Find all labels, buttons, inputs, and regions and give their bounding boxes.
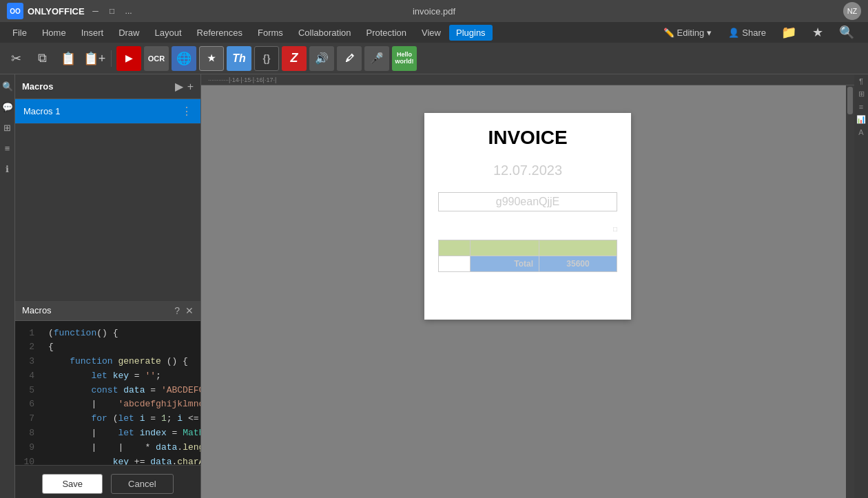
sidebar-comment-icon[interactable]: 💬 (1, 101, 14, 113)
macros-close-btn[interactable]: ✕ (185, 305, 194, 316)
table-green-cell (439, 240, 471, 256)
code-plugin-btn[interactable]: {} (254, 46, 279, 71)
sidebar-list-icon[interactable]: ≡ (1, 142, 14, 154)
macro-list: Macros 1 ⋮ (15, 99, 200, 301)
right-sidebar-para-icon[interactable]: ¶ (859, 77, 863, 85)
menu-view[interactable]: View (415, 25, 448, 41)
invoice-title: INVOICE (438, 127, 617, 149)
macros-header-controls: ▶ + (175, 80, 194, 93)
menu-file[interactable]: File (6, 25, 34, 41)
speech-plugin-btn[interactable]: 🎤 (364, 46, 389, 71)
code-editor[interactable]: 12345678910111213141516171819 (function(… (15, 321, 200, 466)
menu-home[interactable]: Home (35, 25, 73, 41)
code-actions: Save Cancel (15, 465, 200, 498)
thesaurus-plugin-btn[interactable]: Th (227, 46, 251, 71)
editing-chevron-icon: ▾ (707, 28, 712, 38)
total-label-cell: Total (470, 256, 539, 272)
macros-panel-header: Macros ▶ + (15, 74, 200, 99)
sidebar-search-icon[interactable]: 🔍 (1, 80, 14, 92)
table-green-cell-2 (470, 240, 539, 256)
ruler-marks: ············|·14·|·15·|·16|·17·| (208, 76, 276, 83)
vertical-scrollbar[interactable] (846, 85, 854, 498)
left-sidebar: 🔍 💬 ⊞ ≡ ℹ (0, 74, 15, 498)
title-bar: OO ONLYOFFICE ─ □ ... invoice.pdf NZ (0, 0, 868, 22)
search-btn[interactable]: 🔍 (835, 21, 858, 44)
macro-item-name-1: Macros 1 (23, 106, 181, 116)
logo-icon: OO (7, 3, 23, 19)
save-button[interactable]: Save (42, 474, 103, 494)
paste-btn[interactable]: 📋 (56, 47, 80, 70)
editing-icon: ✏️ (663, 28, 674, 38)
menu-protection[interactable]: Protection (359, 25, 413, 41)
sidebar-format-icon[interactable]: ⊞ (1, 121, 14, 134)
title-bar-right: NZ (843, 2, 861, 20)
zotero-plugin-btn[interactable]: Z (282, 46, 307, 71)
ocr-plugin-btn[interactable]: OCR (144, 46, 169, 71)
menu-collaboration[interactable]: Collaboration (291, 25, 358, 41)
macro-item-1[interactable]: Macros 1 ⋮ (15, 99, 200, 124)
share-label: Share (742, 28, 766, 38)
toolbar-sep-1 (111, 50, 112, 67)
right-sidebar-letter-icon[interactable]: A (858, 128, 863, 136)
invoice-table: Total 35600 (438, 240, 617, 272)
cut-btn[interactable]: ✂ (4, 47, 28, 70)
menu-insert[interactable]: Insert (74, 25, 111, 41)
restore-btn[interactable]: ... (123, 6, 134, 17)
menu-bar: File Home Insert Draw Layout References … (0, 22, 868, 43)
menu-draw[interactable]: Draw (112, 25, 146, 41)
highlight-plugin-btn[interactable]: ★ (199, 46, 224, 71)
bookmark-btn[interactable]: ★ (806, 21, 829, 44)
macros-dialog-header: Macros ? ✕ (15, 301, 200, 321)
youtube-plugin-btn[interactable]: ▶ (116, 46, 141, 71)
highlight2-plugin-btn[interactable]: 🖍 (337, 46, 362, 71)
paste-special-btn[interactable]: 📋+ (83, 47, 106, 70)
line-numbers: 12345678910111213141516171819 (15, 321, 43, 466)
menu-forms[interactable]: Forms (251, 25, 290, 41)
document-preview: ············|·14·|·15·|·16|·17·| INVOICE… (201, 74, 854, 498)
editing-btn[interactable]: ✏️ Editing ▾ (658, 25, 718, 41)
macros-panel: Macros ▶ + Macros 1 ⋮ Macros ? ✕ (15, 74, 201, 498)
ruler: ············|·14·|·15·|·16|·17·| (201, 74, 854, 85)
macros-add-btn[interactable]: + (187, 80, 194, 93)
sidebar-header-icon[interactable]: ℹ (1, 163, 14, 175)
app-name: ONLYOFFICE (28, 6, 85, 17)
right-sidebar-chart-icon[interactable]: 📊 (856, 115, 866, 124)
macros-dialog-controls: ? ✕ (174, 305, 194, 316)
macros-help-btn[interactable]: ? (174, 305, 180, 316)
invoice-page: INVOICE 12.07.2023 g990eanQjjE □ Total 3… (424, 113, 631, 320)
table-green-cell-3 (539, 240, 617, 256)
macro-item-menu-1[interactable]: ⋮ (181, 105, 192, 118)
menu-plugins[interactable]: Plugins (449, 25, 493, 41)
save-location-btn[interactable]: 📁 (777, 21, 800, 44)
menu-layout[interactable]: Layout (148, 25, 189, 41)
right-sidebar-format-icon[interactable]: ≡ (859, 103, 863, 111)
maximize-btn[interactable]: □ (107, 6, 118, 17)
editing-label: Editing (677, 28, 705, 38)
document-title: invoice.pdf (413, 6, 455, 17)
share-icon: 👤 (728, 28, 739, 38)
minimize-btn[interactable]: ─ (90, 6, 101, 17)
avatar[interactable]: NZ (843, 2, 861, 20)
audio-plugin-btn[interactable]: 🔊 (309, 46, 334, 71)
main-area: 🔍 💬 ⊞ ≡ ℹ Macros ▶ + Macros 1 ⋮ Macros (0, 74, 868, 498)
app-logo: OO ONLYOFFICE (7, 3, 85, 19)
code-area: Macros ? ✕ 12345678910111213141516171819… (15, 301, 200, 499)
menu-references[interactable]: References (190, 25, 249, 41)
title-bar-left: OO ONLYOFFICE ─ □ ... (7, 3, 134, 19)
total-value-cell: 35600 (539, 256, 617, 272)
macros-panel-title: Macros (22, 81, 54, 92)
toolbar: ✂ ⧉ 📋 📋+ ▶ OCR 🌐 ★ Th {} Z 🔊 🖍 🎤 Hellowo… (0, 43, 868, 74)
code-content[interactable]: (function() { { function generate () { l… (43, 321, 200, 466)
macros-run-btn[interactable]: ▶ (175, 80, 183, 93)
header-right: ✏️ Editing ▾ 👤 Share 📁 ★ 🔍 (658, 21, 862, 44)
copy-btn[interactable]: ⧉ (30, 47, 54, 70)
share-btn[interactable]: 👤 Share (723, 25, 772, 41)
invoice-date: 12.07.2023 (438, 163, 617, 178)
right-sidebar: ¶ ⊞ ≡ 📊 A (854, 74, 868, 498)
macros-dialog-title: Macros (22, 305, 52, 315)
invoice-id: g990eanQjjE (438, 192, 617, 211)
translate-plugin-btn[interactable]: 🌐 (172, 46, 196, 71)
cancel-button[interactable]: Cancel (111, 474, 173, 494)
right-sidebar-table-icon[interactable]: ⊞ (858, 90, 865, 98)
hello-plugin-btn[interactable]: Helloworld! (392, 46, 417, 71)
